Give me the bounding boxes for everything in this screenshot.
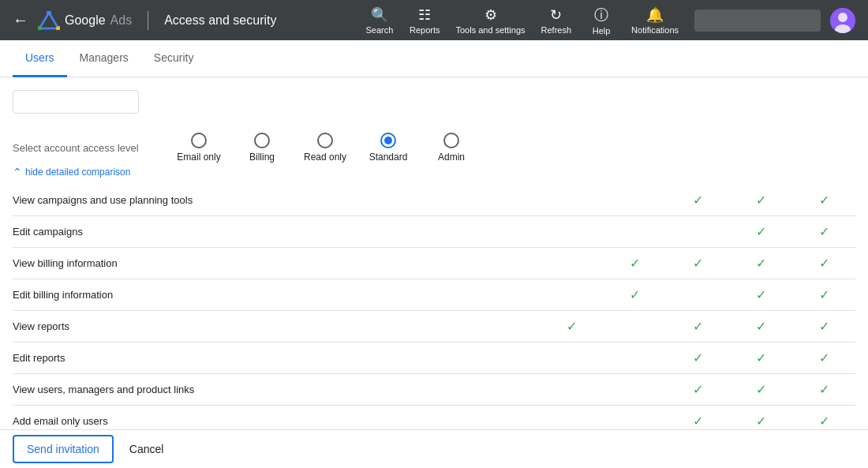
radio-billing[interactable]: Billing bbox=[230, 133, 294, 163]
checkmark-icon: ✓ bbox=[819, 225, 829, 238]
notifications-nav-label: Notifications bbox=[631, 25, 679, 35]
table-row: Edit campaigns✓✓ bbox=[13, 216, 855, 248]
checkmark-icon: ✓ bbox=[756, 225, 766, 238]
help-icon: ⓘ bbox=[594, 6, 608, 24]
google-ads-logo: Google Ads bbox=[38, 11, 132, 30]
checkmark-icon: ✓ bbox=[567, 320, 577, 333]
checkmark-icon: ✓ bbox=[819, 193, 829, 207]
brand-name: Google bbox=[65, 13, 106, 28]
help-nav-label: Help bbox=[593, 26, 611, 36]
check-cell bbox=[603, 216, 666, 248]
access-level-label: Select account access level bbox=[13, 142, 155, 154]
check-cell: ✓ bbox=[729, 185, 792, 216]
check-cell: ✓ bbox=[666, 374, 729, 406]
table-row: View billing information✓✓✓✓ bbox=[13, 248, 855, 279]
check-cell: ✓ bbox=[666, 311, 729, 343]
footer: Send invitation Cancel bbox=[0, 429, 868, 468]
check-cell: ✓ bbox=[729, 374, 792, 406]
checkmark-icon: ✓ bbox=[756, 320, 766, 333]
check-cell: ✓ bbox=[540, 311, 603, 343]
checkmark-icon: ✓ bbox=[693, 193, 703, 207]
bell-icon: 🔔 bbox=[646, 6, 664, 24]
check-cell: ✓ bbox=[792, 311, 855, 343]
reports-icon: ☷ bbox=[418, 6, 431, 24]
checkmark-icon: ✓ bbox=[756, 193, 766, 207]
row-label: Edit campaigns bbox=[13, 216, 540, 248]
email-input[interactable] bbox=[13, 90, 139, 114]
check-cell: ✓ bbox=[792, 216, 855, 248]
check-cell: ✓ bbox=[792, 374, 855, 406]
checkmark-icon: ✓ bbox=[756, 414, 766, 428]
tab-managers[interactable]: Managers bbox=[67, 40, 141, 77]
header-search-input[interactable] bbox=[694, 9, 821, 32]
table-row: View users, managers and product links✓✓… bbox=[13, 374, 855, 406]
checkmark-icon: ✓ bbox=[819, 383, 829, 396]
check-cell: ✓ bbox=[729, 248, 792, 279]
checkmark-icon: ✓ bbox=[819, 351, 829, 365]
radio-options: Email only Billing Read only Sta bbox=[167, 133, 483, 163]
radio-email-only[interactable]: Email only bbox=[167, 133, 230, 163]
tools-nav-button[interactable]: ⚙ Tools and settings bbox=[449, 3, 531, 38]
radio-standard[interactable]: Standard bbox=[357, 133, 420, 163]
checkmark-icon: ✓ bbox=[819, 414, 829, 428]
radio-label-admin: Admin bbox=[438, 152, 465, 163]
row-label: View billing information bbox=[13, 248, 540, 279]
refresh-nav-button[interactable]: ↻ Refresh bbox=[535, 3, 578, 38]
tools-icon: ⚙ bbox=[485, 6, 497, 24]
check-cell: ✓ bbox=[792, 279, 855, 311]
tab-security[interactable]: Security bbox=[141, 40, 207, 77]
radio-label-read-only: Read only bbox=[304, 152, 346, 163]
hide-comparison-label: hide detailed comparison bbox=[25, 167, 130, 178]
header: ← Google Ads Access and security 🔍 Searc… bbox=[0, 0, 868, 40]
tab-users[interactable]: Users bbox=[13, 40, 67, 77]
search-nav-button[interactable]: 🔍 Search bbox=[359, 3, 400, 38]
check-cell bbox=[603, 343, 666, 374]
send-invitation-button[interactable]: Send invitation bbox=[13, 435, 114, 463]
check-cell bbox=[540, 216, 603, 248]
check-cell: ✓ bbox=[729, 343, 792, 374]
row-label: View users, managers and product links bbox=[13, 374, 540, 406]
check-cell bbox=[540, 185, 603, 216]
radio-label-billing: Billing bbox=[249, 152, 275, 163]
radio-admin[interactable]: Admin bbox=[420, 133, 483, 163]
row-label: Edit billing information bbox=[13, 279, 540, 311]
check-cell bbox=[666, 216, 729, 248]
row-label: View reports bbox=[13, 311, 540, 343]
check-cell: ✓ bbox=[792, 185, 855, 216]
checkmark-icon: ✓ bbox=[819, 256, 829, 270]
radio-circle-billing bbox=[254, 133, 270, 148]
google-ads-logo-icon bbox=[38, 11, 60, 30]
notifications-nav-button[interactable]: 🔔 Notifications bbox=[625, 3, 685, 38]
back-button[interactable]: ← bbox=[13, 11, 28, 29]
search-nav-label: Search bbox=[366, 25, 394, 35]
checkmark-icon: ✓ bbox=[819, 288, 829, 301]
hide-comparison-link[interactable]: ⌃ hide detailed comparison bbox=[13, 166, 855, 178]
refresh-nav-label: Refresh bbox=[541, 25, 572, 35]
table-row: View reports✓✓✓✓ bbox=[13, 311, 855, 343]
radio-inner-standard bbox=[384, 137, 392, 144]
header-divider bbox=[148, 11, 148, 30]
reports-nav-button[interactable]: ☷ Reports bbox=[403, 3, 447, 38]
check-cell bbox=[540, 343, 603, 374]
cancel-button[interactable]: Cancel bbox=[123, 436, 170, 462]
radio-circle-admin bbox=[443, 133, 459, 148]
checkmark-icon: ✓ bbox=[693, 383, 703, 396]
product-name: Ads bbox=[110, 13, 133, 28]
avatar[interactable] bbox=[830, 8, 855, 33]
check-cell: ✓ bbox=[666, 343, 729, 374]
checkmark-icon: ✓ bbox=[693, 414, 703, 428]
refresh-icon: ↻ bbox=[550, 6, 562, 24]
comparison-table: View campaigns and use planning tools✓✓✓… bbox=[13, 185, 855, 466]
help-nav-button[interactable]: ⓘ Help bbox=[581, 2, 622, 39]
header-left: ← Google Ads Access and security bbox=[13, 11, 359, 30]
checkmark-icon: ✓ bbox=[819, 320, 829, 333]
radio-circle-email-only bbox=[191, 133, 207, 148]
radio-read-only[interactable]: Read only bbox=[294, 133, 357, 163]
check-cell: ✓ bbox=[729, 311, 792, 343]
radio-label-email-only: Email only bbox=[177, 152, 220, 163]
table-row: Edit reports✓✓✓ bbox=[13, 343, 855, 374]
check-cell bbox=[540, 248, 603, 279]
check-cell: ✓ bbox=[603, 248, 666, 279]
row-label: View campaigns and use planning tools bbox=[13, 185, 540, 216]
checkmark-icon: ✓ bbox=[756, 351, 766, 365]
